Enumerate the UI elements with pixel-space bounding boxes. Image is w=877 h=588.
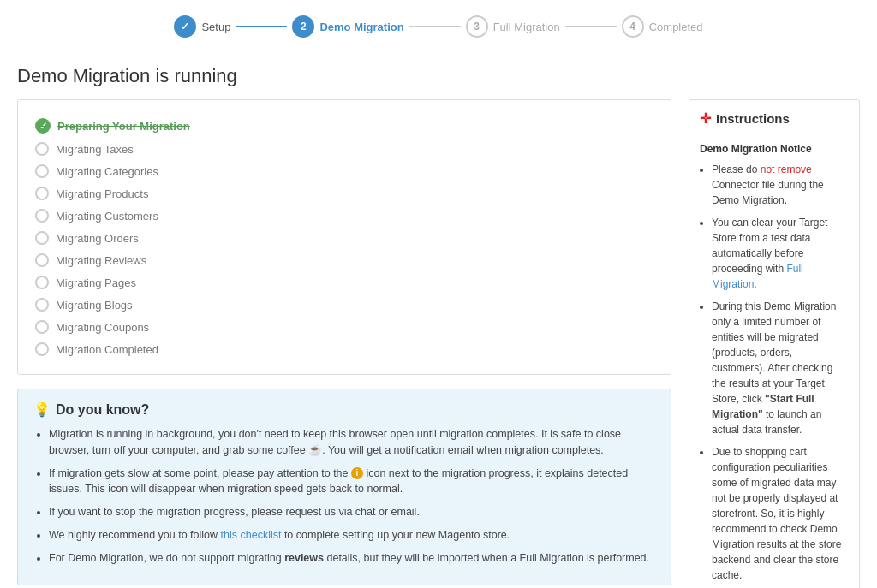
migration-label-reviews: Migrating Reviews xyxy=(56,254,146,267)
migration-item-pages: Migrating Pages xyxy=(35,271,653,294)
circle-icon-products xyxy=(35,187,49,200)
step-1: ✓ Setup xyxy=(174,15,230,38)
not-remove-text: not remove xyxy=(761,163,812,175)
step-3-circle: 3 xyxy=(466,15,488,38)
circle-icon-customers xyxy=(35,209,49,223)
migration-label-products: Migrating Products xyxy=(56,187,148,200)
migration-item-completed: Migration Completed xyxy=(35,338,653,360)
migration-item-blogs: Migrating Blogs xyxy=(35,294,653,316)
stepper: ✓ Setup 2 Demo Migration 3 Full Migratio… xyxy=(0,0,877,50)
migration-label-categories: Migrating Categories xyxy=(56,165,158,178)
migration-item-reviews: Migrating Reviews xyxy=(35,249,653,271)
instruction-item-1: Please do not remove Connector file duri… xyxy=(712,162,849,208)
migration-box: ✓ Preparing Your Migration Migrating Tax… xyxy=(17,99,671,375)
step-2-label: Demo Migration xyxy=(319,21,403,33)
migration-item-taxes: Migrating Taxes xyxy=(35,138,653,160)
instructions-title: ✛ Instructions xyxy=(700,110,849,134)
step-2-circle: 2 xyxy=(292,15,314,38)
circle-icon-blogs xyxy=(35,298,49,312)
page-title: Demo Migration is running xyxy=(17,65,877,87)
step-1-circle: ✓ xyxy=(174,15,196,38)
step-3: 3 Full Migration xyxy=(466,15,560,38)
instructions-title-text: Instructions xyxy=(716,111,790,126)
instructions-list: Please do not remove Connector file duri… xyxy=(700,162,849,583)
migration-label-blogs: Migrating Blogs xyxy=(56,299,133,312)
cross-icon: ✛ xyxy=(700,110,711,127)
info-icon: i xyxy=(351,467,363,479)
migration-item-categories: Migrating Categories xyxy=(35,160,653,182)
step-4-circle: 4 xyxy=(622,15,644,38)
instructions-box: ✛ Instructions Demo Migration Notice Ple… xyxy=(689,99,860,588)
dyk-list: Migration is running in background, you … xyxy=(33,426,655,566)
migration-item-coupons: Migrating Coupons xyxy=(35,316,653,338)
step-line-1 xyxy=(236,26,287,27)
migration-item-preparing: ✓ Preparing Your Migration xyxy=(35,114,653,138)
migration-label-completed: Migration Completed xyxy=(56,343,158,356)
main-layout: ✓ Preparing Your Migration Migrating Tax… xyxy=(0,99,877,588)
migration-label-coupons: Migrating Coupons xyxy=(56,321,149,334)
sidebar: ✛ Instructions Demo Migration Notice Ple… xyxy=(689,99,860,588)
check-icon: ✓ xyxy=(35,118,51,134)
step-3-label: Full Migration xyxy=(493,21,560,33)
circle-icon-taxes xyxy=(35,142,49,156)
migration-label-taxes: Migrating Taxes xyxy=(56,143,134,156)
step-1-label: Setup xyxy=(201,21,230,33)
start-full-migration-text: "Start Full Migration" xyxy=(712,393,814,420)
dyk-item-3: If you want to stop the migration progre… xyxy=(49,504,655,520)
instruction-item-4: Due to shopping cart configuration pecul… xyxy=(712,444,849,583)
step-2: 2 Demo Migration xyxy=(292,15,403,38)
step-line-2 xyxy=(409,26,461,27)
instruction-item-3: During this Demo Migration only a limite… xyxy=(712,299,849,437)
step-line-3 xyxy=(565,26,617,27)
dyk-title: 💡 Do you know? xyxy=(33,401,655,418)
migration-label-preparing: Preparing Your Migration xyxy=(57,120,190,133)
reviews-text: reviews xyxy=(284,552,324,564)
circle-icon-orders xyxy=(35,231,49,245)
migration-item-products: Migrating Products xyxy=(35,182,653,205)
bulb-icon: 💡 xyxy=(33,401,51,418)
notice-title: Demo Migration Notice xyxy=(700,143,849,155)
migration-item-customers: Migrating Customers xyxy=(35,205,653,227)
step-4: 4 Completed xyxy=(622,15,703,38)
dyk-title-text: Do you know? xyxy=(56,402,149,418)
circle-icon-completed xyxy=(35,342,49,356)
dyk-box: 💡 Do you know? Migration is running in b… xyxy=(17,389,671,585)
circle-icon-pages xyxy=(35,276,49,289)
dyk-item-5: For Demo Migration, we do not support mi… xyxy=(49,550,655,567)
step-4-label: Completed xyxy=(649,21,703,33)
dyk-item-4: We highly recommend you to follow this c… xyxy=(49,527,655,543)
instruction-item-2: You can clear your Target Store from a t… xyxy=(712,215,849,292)
migration-item-orders: Migrating Orders xyxy=(35,227,653,249)
main-content: ✓ Preparing Your Migration Migrating Tax… xyxy=(17,99,671,588)
migration-label-customers: Migrating Customers xyxy=(56,210,158,223)
circle-icon-categories xyxy=(35,164,49,178)
dyk-item-1: Migration is running in background, you … xyxy=(49,426,655,459)
migration-label-orders: Migrating Orders xyxy=(56,232,139,245)
circle-icon-reviews xyxy=(35,253,49,267)
circle-icon-coupons xyxy=(35,320,49,334)
full-migration-link-1[interactable]: Full Migration xyxy=(712,263,803,290)
dyk-item-2: If migration gets slow at some point, pl… xyxy=(49,466,655,498)
migration-label-pages: Migrating Pages xyxy=(56,276,136,289)
checklist-link[interactable]: this checklist xyxy=(221,529,282,541)
